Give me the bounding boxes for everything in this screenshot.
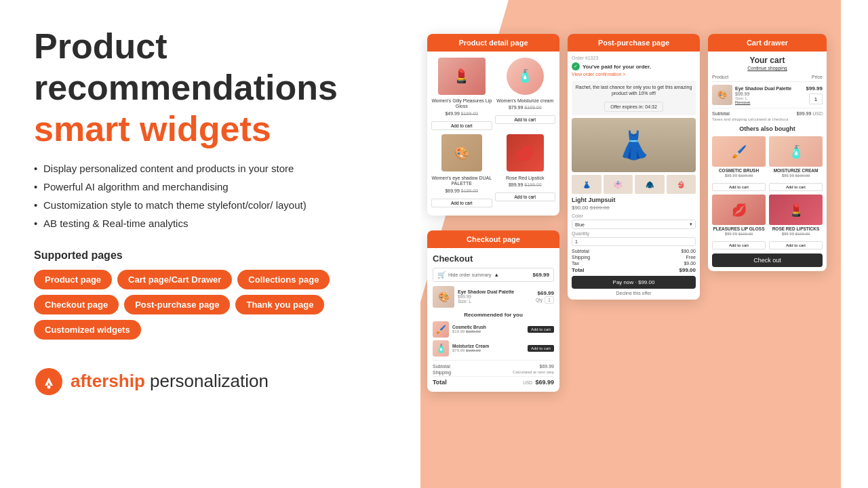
thumb-2[interactable]: 👘 xyxy=(604,175,633,194)
cart-rec-1-add[interactable]: Add to cart xyxy=(712,183,766,191)
subtotal-label: Subtotal xyxy=(433,364,450,369)
remove-link[interactable]: Remove xyxy=(735,100,804,104)
cart-rec-4-name: ROSE RED LIPSTICKS xyxy=(769,226,823,231)
thumbnail-row: 👗 👘 🧥 👙 xyxy=(572,175,696,194)
chevron-down-icon: ▾ xyxy=(690,222,692,227)
checkout-item-subprice: $99.99 xyxy=(458,294,532,299)
decline-link[interactable]: Decline this offer xyxy=(572,291,696,296)
tax-note: Taxes and shipping calculated at checkou… xyxy=(712,117,823,121)
qty-value: 1 xyxy=(545,296,554,304)
add-to-cart-btn-2[interactable]: Add to cart xyxy=(495,115,556,124)
tag-cart-page[interactable]: Cart page/Cart Drawer xyxy=(117,270,232,289)
recs-title: Recommended for you xyxy=(433,312,554,318)
total-row-post: Total $99.00 xyxy=(572,267,696,273)
mock-container: Product detail page 💄 Women's Gilly Plea… xyxy=(420,0,868,488)
cart-drawer-header: Cart drawer xyxy=(708,34,827,52)
checkout-rec-2-add[interactable]: Add to cart xyxy=(528,345,554,352)
tag-thank-you[interactable]: Thank you page xyxy=(235,295,324,314)
checkout-totals: Subtotal $69.99 Shipping Calculated at n… xyxy=(433,360,554,386)
total-label: Total xyxy=(433,379,447,386)
order-summary-row[interactable]: 🛒 Hide order summary ▲ $69.99 xyxy=(433,268,554,282)
checkout-item-img: 🎨 xyxy=(433,286,454,308)
cart-table-header: Product Price xyxy=(712,75,823,82)
shipping-value: Calculated at next step xyxy=(513,370,554,375)
column-2: Post-purchase page Order #1323 ✓ You've … xyxy=(568,14,700,300)
column-1: Product detail page 💄 Women's Gilly Plea… xyxy=(427,14,559,392)
add-to-cart-btn-3[interactable]: Add to cart xyxy=(431,199,492,207)
checkout-rec-2-name: Moisturize Cream xyxy=(452,344,524,348)
checkout-rec-1-name: Cosmetic Brush xyxy=(452,325,524,329)
qty-label: Qty xyxy=(536,298,542,302)
tax-label-post: Tax xyxy=(572,261,579,266)
product-item-3: 🎨 Women's eye shadow DUAL PALETTE $69.99… xyxy=(431,133,492,207)
cart-icon: 🛒 xyxy=(437,271,446,279)
total-val-post: $99.00 xyxy=(679,267,696,273)
add-to-cart-btn-4[interactable]: Add to cart xyxy=(495,192,556,201)
cart-item-price: $99.99 xyxy=(735,92,804,96)
offer-text: Rachel, the last chance for only you to … xyxy=(575,84,692,96)
checkout-rec-1-add[interactable]: Add to cart xyxy=(528,326,554,333)
qty-label-post: Quantity xyxy=(572,231,696,236)
offer-box: Rachel, the last chance for only you to … xyxy=(572,81,696,115)
svg-point-1 xyxy=(47,385,51,388)
offer-timer: Offer expires in: 04:32 xyxy=(604,102,663,112)
cart-item-name: Eye Shadow Dual Palette xyxy=(735,86,804,91)
brush-img: 🖌️ xyxy=(712,136,766,167)
post-product-name: Light Jumpsuit xyxy=(572,197,696,203)
checkout-rec-2: 🧴 Moisturize Cream $79.99 $199.00 Add to… xyxy=(433,340,554,357)
tag-checkout[interactable]: Checkout page xyxy=(34,295,119,314)
cart-rec-4-add[interactable]: Add to cart xyxy=(769,241,823,249)
paid-line: ✓ You've paid for your order. xyxy=(572,62,696,70)
checkout-item-price: $69.99 xyxy=(536,290,554,296)
cart-rec-3-name: PLEASURES LIP GLOSS xyxy=(712,226,766,231)
tag-customized[interactable]: Customized widgets xyxy=(34,320,141,340)
subtotal-val-cart: $99.99 USD xyxy=(797,111,823,116)
product-detail-header: Product detail page xyxy=(427,34,559,52)
tax-val-post: $9.00 xyxy=(684,261,696,266)
cart-rec-1: 🖌️ COSMETIC BRUSH $99.99 $199.00 Add to … xyxy=(712,136,766,191)
view-order-link[interactable]: View order confirmation > xyxy=(572,72,696,77)
tag-collections[interactable]: Collections page xyxy=(237,270,330,289)
order-number: Order #1323 xyxy=(572,56,696,60)
hero-title: Product recommendations smart widgets xyxy=(34,27,387,149)
checkout-rec-1: 🖌️ Cosmetic Brush $19.99 $199.00 Add to … xyxy=(433,321,554,338)
post-product-price: $90.00 $109.00 xyxy=(572,205,696,211)
subtotal-label-cart: Subtotal xyxy=(712,111,730,116)
cart-qty-input[interactable] xyxy=(809,94,823,104)
supported-title: Supported pages xyxy=(34,249,387,262)
color-value: Blue xyxy=(575,222,585,227)
tag-product-page[interactable]: Product page xyxy=(34,270,112,289)
tag-post-purchase[interactable]: Post-purchase page xyxy=(124,295,230,314)
post-purchase-header: Post-purchase page xyxy=(568,34,700,52)
cart-price: $99.99 xyxy=(806,85,823,92)
shipping-row-post: Shipping Free xyxy=(572,255,696,260)
lipstick-icon: 💋 xyxy=(507,134,544,171)
thumb-1[interactable]: 👗 xyxy=(572,175,601,194)
blush-icon: 🧴 xyxy=(507,58,544,95)
aftership-icon xyxy=(34,367,64,396)
pay-now-btn[interactable]: Pay now · $99.00 xyxy=(572,276,696,289)
price-col-label: Price xyxy=(812,75,823,79)
subtotal-label-post: Subtotal xyxy=(572,249,589,253)
checkout-item-name: Eye Shadow Dual Palette xyxy=(458,289,532,294)
continue-shopping-link[interactable]: Continue shopping xyxy=(712,66,823,70)
aftership-logo: aftership personalization xyxy=(34,367,387,396)
color-select[interactable]: Blue ▾ xyxy=(572,220,696,229)
qty-select[interactable]: 1 xyxy=(572,237,696,246)
subtotal-val-post: $90.00 xyxy=(682,249,696,253)
left-panel: Product recommendations smart widgets Di… xyxy=(0,0,420,488)
summary-price: $69.99 xyxy=(533,272,549,278)
thumb-4[interactable]: 👙 xyxy=(667,175,696,194)
add-to-cart-btn-1[interactable]: Add to cart xyxy=(431,121,492,130)
checkout-item-size: Size: L xyxy=(458,299,532,304)
cart-rec-2-add[interactable]: Add to cart xyxy=(769,183,823,191)
thumb-3[interactable]: 🧥 xyxy=(635,175,665,194)
cart-rec-3-add[interactable]: Add to cart xyxy=(712,241,766,249)
chevron-icon: ▲ xyxy=(494,272,498,278)
feature-item: Customization style to match theme style… xyxy=(34,198,387,212)
checkout-btn[interactable]: Check out xyxy=(712,253,823,267)
total-label-post: Total xyxy=(572,267,585,273)
cart-rec-2: 🧴 MOISTURIZE CREAM $99.99 $199.00 Add to… xyxy=(769,136,823,191)
product-detail-card: Product detail page 💄 Women's Gilly Plea… xyxy=(427,34,559,216)
cart-drawer-card: Cart drawer Your cart Continue shopping … xyxy=(708,34,827,271)
